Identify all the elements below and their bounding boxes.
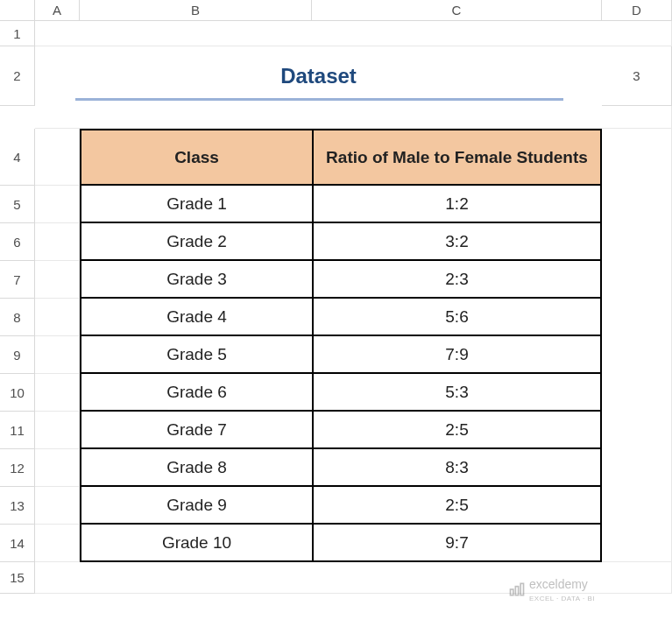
row-header-13[interactable]: 13 (0, 487, 35, 525)
cell-row3[interactable] (35, 106, 672, 129)
cell-ratio[interactable]: 7:9 (312, 336, 602, 372)
cell-a12[interactable] (35, 449, 80, 487)
cell-class[interactable]: Grade 6 (80, 374, 312, 410)
table-row: Grade 8 8:3 (80, 449, 602, 487)
header-class[interactable]: Class (80, 130, 312, 184)
row-header-8[interactable]: 8 (0, 299, 35, 336)
row-header-12[interactable]: 12 (0, 449, 35, 487)
cell-ratio[interactable]: 3:2 (312, 223, 602, 259)
row-header-11[interactable]: 11 (0, 412, 35, 449)
table-row: Grade 9 2:5 (80, 487, 602, 525)
watermark: exceldemy EXCEL · DATA · BI (508, 578, 595, 602)
cell-row1[interactable] (35, 21, 672, 46)
cell-ratio[interactable]: 2:5 (312, 487, 602, 523)
row-header-4[interactable]: 4 (0, 129, 35, 186)
table-row: Grade 7 2:5 (80, 412, 602, 449)
cell-ratio[interactable]: 9:7 (312, 525, 602, 560)
cell-class[interactable]: Grade 9 (80, 487, 312, 523)
col-header-b[interactable]: B (80, 0, 312, 21)
cell-class[interactable]: Grade 8 (80, 449, 312, 485)
row-header-6[interactable]: 6 (0, 223, 35, 261)
svg-rect-2 (520, 583, 523, 595)
table-row: Grade 2 3:2 (80, 223, 602, 261)
watermark-text: exceldemy EXCEL · DATA · BI (529, 578, 595, 602)
table-row: Grade 5 7:9 (80, 336, 602, 374)
row-header-3[interactable]: 3 (602, 46, 672, 106)
page-title: Dataset (280, 64, 357, 88)
select-all-corner[interactable] (0, 0, 35, 21)
cell-a5[interactable] (35, 186, 80, 223)
watermark-sub: EXCEL · DATA · BI (529, 595, 595, 602)
cell-class[interactable]: Grade 2 (80, 223, 312, 259)
table-row: Grade 6 5:3 (80, 374, 602, 412)
col-header-d[interactable]: D (602, 0, 672, 21)
table-row: Grade 4 5:6 (80, 299, 602, 336)
watermark-brand: exceldemy (529, 577, 588, 591)
row-header-2[interactable]: 2 (0, 46, 35, 106)
cell-ratio[interactable]: 5:3 (312, 374, 602, 410)
cell-class[interactable]: Grade 3 (80, 261, 312, 297)
cell-a9[interactable] (35, 336, 80, 374)
cell-class[interactable]: Grade 10 (80, 525, 312, 560)
row-header-14[interactable]: 14 (0, 525, 35, 562)
cell-a14[interactable] (35, 525, 80, 562)
cell-class[interactable]: Grade 1 (80, 186, 312, 222)
cell-a11[interactable] (35, 412, 80, 449)
cell-ratio[interactable]: 5:6 (312, 299, 602, 335)
cell-class[interactable]: Grade 7 (80, 412, 312, 447)
svg-rect-0 (510, 589, 513, 595)
row-header-7[interactable]: 7 (0, 261, 35, 299)
col-header-c[interactable]: C (312, 0, 602, 21)
chart-icon (508, 581, 526, 601)
spreadsheet-grid: A B C D 1 2 Dataset 3 4 Class Ratio of M… (0, 0, 672, 594)
cell-class[interactable]: Grade 4 (80, 299, 312, 335)
cell-b4[interactable] (35, 129, 80, 186)
table-header-row: Class Ratio of Male to Female Students (80, 129, 602, 186)
header-ratio[interactable]: Ratio of Male to Female Students (312, 130, 602, 184)
cell-ratio[interactable]: 2:5 (312, 412, 602, 447)
cell-ratio[interactable]: 8:3 (312, 449, 602, 485)
cell-col-d-span[interactable] (602, 129, 672, 562)
row-header-5[interactable]: 5 (0, 186, 35, 223)
cell-a6[interactable] (35, 223, 80, 261)
cell-ratio[interactable]: 1:2 (312, 186, 602, 222)
cell-a10[interactable] (35, 374, 80, 412)
row-header-15[interactable]: 15 (0, 562, 35, 594)
table-row: Grade 3 2:3 (80, 261, 602, 299)
row-header-1[interactable]: 1 (0, 21, 35, 46)
cell-a13[interactable] (35, 487, 80, 525)
col-header-a[interactable]: A (35, 0, 80, 21)
title-cell[interactable]: Dataset (35, 46, 602, 106)
title-underline (75, 98, 563, 101)
cell-a8[interactable] (35, 299, 80, 336)
table-row: Grade 10 9:7 (80, 525, 602, 562)
data-table: Class Ratio of Male to Female Students G… (80, 129, 602, 562)
cell-class[interactable]: Grade 5 (80, 336, 312, 372)
cell-a7[interactable] (35, 261, 80, 299)
table-row: Grade 1 1:2 (80, 186, 602, 223)
svg-rect-1 (515, 586, 518, 595)
row-header-9[interactable]: 9 (0, 336, 35, 374)
row-header-10[interactable]: 10 (0, 374, 35, 412)
cell-ratio[interactable]: 2:3 (312, 261, 602, 297)
